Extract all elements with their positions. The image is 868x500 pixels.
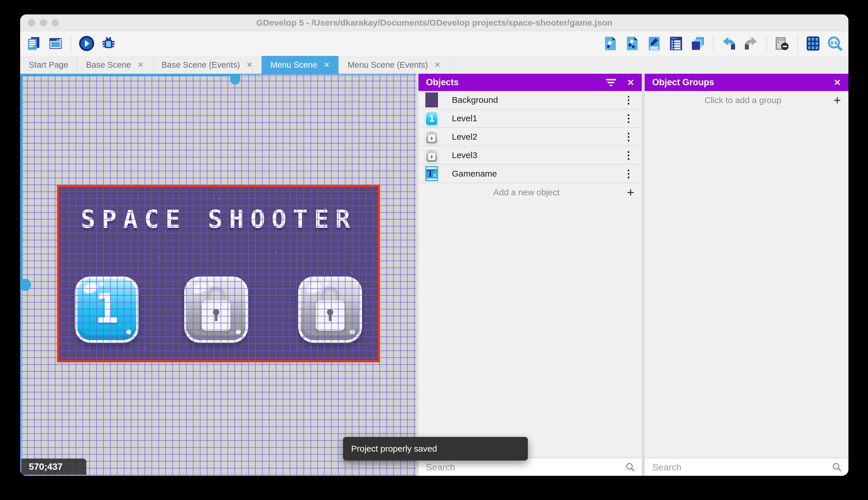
level2-button-instance[interactable] (184, 276, 248, 343)
debug-button[interactable] (99, 35, 117, 53)
vertical-scrollbar-thumb[interactable] (20, 279, 31, 291)
tab-base-scene[interactable]: Base Scene ✕ (78, 56, 153, 74)
open-object-groups-editor-button[interactable] (623, 35, 641, 53)
lock-icon (202, 287, 231, 331)
plus-icon: + (627, 186, 634, 199)
objects-search-input[interactable] (419, 462, 625, 473)
zoom-window-button[interactable] (52, 19, 59, 26)
toolbar-left-group (25, 35, 117, 53)
save-confirmation-toast: Project properly saved (343, 437, 528, 461)
open-properties-button[interactable] (645, 35, 663, 53)
object-menu-icon[interactable]: ⋮ (622, 149, 635, 161)
play-icon (79, 35, 95, 52)
objects-panel: Objects ✕ Background ⋮ 1 Level1 ⋮ (419, 74, 642, 458)
properties-icon (646, 35, 662, 52)
objects-panel-header: Objects ✕ (419, 74, 642, 91)
zoom-1-1-icon: 1:1 (827, 35, 843, 52)
scene-title-text-instance[interactable]: SPACE SHOOTER (57, 205, 380, 234)
main-toolbar: 1:1 (20, 31, 848, 56)
toggle-window-mask-button[interactable] (773, 35, 791, 53)
groups-search-input[interactable] (645, 462, 832, 473)
close-icon[interactable]: ✕ (627, 78, 634, 88)
object-menu-icon[interactable]: ⋮ (622, 112, 635, 124)
instances-list-icon (668, 35, 684, 52)
toggle-grid-button[interactable] (804, 35, 822, 53)
gloss-highlight (236, 329, 241, 334)
svg-text:1:1: 1:1 (831, 40, 837, 45)
gloss-highlight (209, 282, 214, 286)
tab-base-scene-events[interactable]: Base Scene (Events) ✕ (153, 56, 262, 74)
tab-label: Start Page (29, 60, 68, 70)
add-group-label: Click to add a group (652, 95, 833, 105)
tab-label: Base Scene (Events) (162, 60, 240, 70)
object-row-level2[interactable]: Level2 ⋮ (419, 128, 642, 146)
vertical-scrollbar[interactable] (20, 74, 23, 476)
object-row-level1[interactable]: 1 Level1 ⋮ (419, 110, 642, 128)
object-groups-panel-header: Object Groups ✕ (645, 74, 848, 91)
level1-digit: 1 (95, 285, 119, 332)
locked-button-thumbnail (425, 129, 438, 145)
preview-play-button[interactable] (78, 35, 96, 53)
object-menu-icon[interactable]: ⋮ (622, 131, 635, 143)
horizontal-scrollbar-thumb[interactable] (230, 74, 240, 85)
scene-editor-canvas[interactable]: SPACE SHOOTER 1 (20, 74, 416, 476)
level3-button-instance[interactable] (298, 276, 362, 343)
undo-button[interactable] (720, 35, 738, 53)
panel-divider[interactable] (416, 74, 419, 476)
scene-window-icon (47, 35, 63, 52)
background-thumbnail (425, 92, 438, 108)
object-menu-icon[interactable]: ⋮ (622, 168, 635, 180)
plus-icon: + (833, 94, 841, 106)
project-manager-button[interactable] (25, 35, 43, 53)
object-row-level3[interactable]: Level3 ⋮ (419, 146, 642, 165)
toolbar-separator (713, 35, 714, 52)
tab-menu-scene[interactable]: Menu Scene ✕ (262, 56, 339, 74)
locked-button-thumbnail (425, 147, 438, 163)
add-object-button[interactable]: Add a new object + (419, 183, 642, 202)
open-objects-editor-button[interactable] (601, 35, 619, 53)
tab-start-page[interactable]: Start Page (20, 56, 78, 74)
close-icon[interactable]: ✕ (137, 60, 144, 69)
object-menu-icon[interactable]: ⋮ (622, 94, 635, 106)
minimize-window-button[interactable] (40, 19, 47, 26)
tab-menu-scene-events[interactable]: Menu Scene (Events) ✕ (339, 56, 450, 74)
redo-icon (743, 35, 759, 52)
object-groups-editor-icon (624, 35, 640, 52)
open-instances-list-button[interactable] (667, 35, 685, 53)
add-group-button[interactable]: Click to add a group + (645, 91, 848, 110)
gloss-highlight (126, 329, 131, 334)
horizontal-scrollbar[interactable] (20, 74, 416, 76)
groups-search-field (645, 458, 848, 476)
object-row-background[interactable]: Background ⋮ (419, 91, 642, 110)
object-name: Level3 (452, 150, 622, 160)
tab-bar: Start Page Base Scene ✕ Base Scene (Even… (20, 56, 848, 74)
close-icon[interactable]: ✕ (434, 60, 441, 69)
project-manager-icon (26, 35, 42, 52)
add-object-label: Add a new object (426, 188, 627, 197)
gloss-highlight (322, 282, 328, 286)
close-window-button[interactable] (28, 19, 35, 26)
close-icon[interactable]: ✕ (834, 78, 841, 88)
object-row-gamename[interactable]: Tx Gamename ⋮ (419, 165, 642, 183)
debug-bug-icon (101, 35, 117, 52)
objects-editor-icon (602, 35, 619, 52)
toolbar-right-group: 1:1 (601, 35, 844, 53)
gloss-highlight (350, 329, 355, 334)
scene-window-button[interactable] (47, 35, 64, 53)
cursor-coordinates-badge: 570;437 (21, 458, 86, 475)
panel-divider[interactable] (642, 74, 645, 476)
filter-icon[interactable] (606, 79, 616, 86)
window-mask-icon (774, 35, 790, 52)
redo-button[interactable] (742, 35, 760, 53)
close-icon[interactable]: ✕ (246, 60, 253, 69)
gdevelop-window: GDevelop 5 - /Users/dkarakay/Documents/G… (20, 14, 848, 476)
traffic-lights (28, 14, 59, 31)
object-groups-panel: Object Groups ✕ Click to add a group + (645, 74, 848, 458)
title-bar: GDevelop 5 - /Users/dkarakay/Documents/G… (20, 14, 848, 31)
search-icon (832, 462, 842, 472)
window-title: GDevelop 5 - /Users/dkarakay/Documents/G… (20, 18, 848, 28)
zoom-original-button[interactable]: 1:1 (826, 35, 844, 53)
open-layers-editor-button[interactable] (689, 35, 707, 53)
close-icon[interactable]: ✕ (324, 60, 330, 69)
level1-button-instance[interactable]: 1 (75, 276, 139, 343)
